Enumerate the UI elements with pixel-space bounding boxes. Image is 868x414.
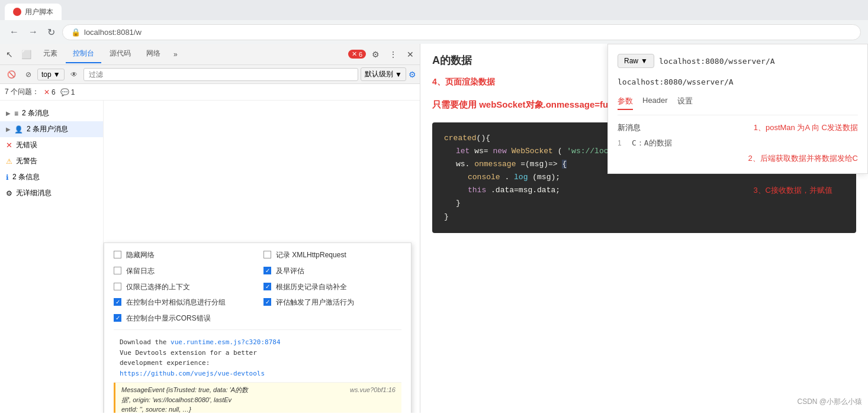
new-message-label: 新消息 (618, 122, 641, 133)
postman-note1: 1、postMan 为A 向 C发送数据 (754, 122, 858, 133)
context-label: top (41, 70, 52, 79)
log-message-text2: 据', origin: 'ws://localhost:8080', lastE… (121, 396, 232, 403)
checkbox-user-activation[interactable]: ✓ (263, 298, 271, 306)
checkbox-preserve-log[interactable] (114, 267, 121, 274)
label-log-xhr: 记录 XMLHttpRequest (276, 250, 346, 260)
postman-url-text: localhost:8080/wsserver/A (659, 57, 775, 66)
dropdown-item-group-similar[interactable]: ✓ 在控制台中对相似消息进行分组 (114, 297, 252, 308)
tab-more[interactable]: » (169, 47, 182, 62)
lock-icon: 🔒 (71, 28, 81, 37)
checkbox-group-similar[interactable]: ✓ (114, 298, 121, 306)
filter-button[interactable]: ⊘ (22, 69, 35, 80)
checkbox-hide-network[interactable] (114, 251, 121, 258)
url-text: localhost:8081/w (84, 28, 142, 37)
main-layout: ↖ ⬜ 元素 控制台 源代码 网络 » ✕ 6 ⚙ ⋮ ✕ 🚫 ⊘ top (0, 44, 868, 413)
label-eager: 及早评估 (276, 266, 304, 276)
browser-nav-bar: ← → ↻ 🔒 localhost:8081/w (0, 20, 868, 44)
sidebar-no-errors-label: 无错误 (16, 140, 37, 150)
issues-error: ✕ 6 (44, 88, 56, 96)
dropdown-item-selected-context[interactable]: 仅限已选择的上下文 (114, 282, 252, 292)
postman-tab-settings[interactable]: 设置 (677, 96, 693, 110)
log-download-text: Download the (120, 338, 166, 346)
nav-reload-button[interactable]: ↻ (45, 24, 57, 40)
context-arrow-icon: ▼ (53, 70, 60, 79)
element-picker-icon[interactable]: ⬜ (18, 48, 35, 61)
postman-tab-header[interactable]: Header (642, 96, 668, 110)
nav-back-button[interactable]: ← (7, 24, 21, 40)
dropdown-panel: 隐藏网络 保留日志 仅限已选择的上下文 ✓ 在控制台中对相似消息进行分组 (104, 242, 412, 413)
error-icon-badge: ✕ (352, 50, 357, 58)
code-note-3: 3、C接收数据，并赋值 (753, 184, 832, 197)
tab-sources[interactable]: 源代码 (102, 45, 138, 63)
checkbox-eager[interactable]: ✓ (263, 267, 271, 274)
checkbox-log-xhr[interactable] (263, 251, 271, 258)
gear-icon-toolbar[interactable]: ⚙ (409, 70, 416, 79)
devtools-tab-bar: ↖ ⬜ 元素 控制台 源代码 网络 » ✕ 6 ⚙ ⋮ ✕ (0, 44, 420, 65)
issues-bar: 7 个问题： ✕ 6 💬 1 (0, 84, 420, 101)
sidebar-item-messages[interactable]: ▶ ≡ 2 条消息 (0, 105, 103, 121)
tab-elements[interactable]: 元素 (36, 45, 65, 63)
postman-url-display: localhost:8080/wsserver/A (618, 77, 858, 86)
cursor-icon[interactable]: ↖ (2, 48, 17, 61)
dropdown-item-log-xhr[interactable]: 记录 XMLHttpRequest (263, 250, 401, 260)
tab-network[interactable]: 网络 (139, 45, 168, 63)
console-toolbar: 🚫 ⊘ top ▼ 👁 默认级别 ▼ ⚙ (0, 65, 420, 84)
checkbox-autocomplete[interactable]: ✓ (263, 283, 271, 290)
tab-console[interactable]: 控制台 (66, 45, 101, 63)
level-arrow-icon: ▼ (395, 70, 402, 79)
sidebar-item-verbose[interactable]: ⚙ 无详细消息 (0, 185, 103, 201)
context-selector[interactable]: top ▼ (37, 69, 65, 80)
arrow-right-icon-2: ▶ (6, 126, 11, 132)
dropdown-item-hide-network[interactable]: 隐藏网络 (114, 250, 252, 260)
error-icon-issues: ✕ (44, 88, 50, 96)
dropdown-item-eager[interactable]: ✓ 及早评估 (263, 266, 401, 276)
error-count: 6 (359, 51, 362, 58)
settings-button[interactable]: ⚙ (368, 48, 383, 61)
sidebar-user-messages-label: 2 条用户消息 (27, 124, 68, 134)
console-sidebar: ▶ ≡ 2 条消息 ▶ 👤 2 条用户消息 ✕ 无错误 ⚠ 无警告 (0, 101, 104, 413)
dropdown-item-autocomplete[interactable]: ✓ 根据历史记录自动补全 (263, 282, 401, 292)
favicon (13, 8, 21, 16)
checkbox-cors[interactable]: ✓ (114, 314, 121, 322)
menu-button[interactable]: ⋮ (385, 48, 401, 61)
label-preserve-log: 保留日志 (126, 266, 155, 276)
postman-content-area: 新消息 1、postMan 为A 向 C发送数据 1 C：A的数据 2、后端获取… (618, 122, 858, 164)
label-user-activation: 评估触发了用户激活行为 (276, 297, 354, 308)
close-button[interactable]: ✕ (403, 48, 417, 61)
raw-button[interactable]: Raw ▼ (618, 54, 654, 68)
sidebar-item-user-messages[interactable]: ▶ 👤 2 条用户消息 (0, 121, 103, 137)
sidebar-item-info[interactable]: ℹ 2 条信息 (0, 169, 103, 185)
log-desc: Vue Devtools extension for a betterdevel… (120, 349, 257, 367)
row-number: 1 (618, 139, 627, 147)
dropdown-item-preserve-log[interactable]: 保留日志 (114, 266, 252, 276)
nav-forward-button[interactable]: → (26, 24, 40, 40)
error-count-issues: 6 (52, 88, 56, 96)
sidebar-item-no-errors[interactable]: ✕ 无错误 (0, 137, 103, 153)
code-line-7: } (444, 211, 844, 224)
label-selected-context: 仅限已选择的上下文 (126, 282, 190, 292)
level-selector[interactable]: 默认级别 ▼ (361, 67, 406, 81)
log-download-link[interactable]: vue.runtime.esm.js?c320:8784 (171, 338, 280, 346)
dropdown-item-cors[interactable]: ✓ 在控制台中显示CORS错误 (114, 313, 252, 324)
row-data: C：A的数据 (632, 138, 672, 148)
log-devtools-link[interactable]: https://github.com/vuejs/vue-devtools (120, 370, 265, 377)
postman-url-bar: Raw ▼ localhost:8080/wsserver/A (618, 54, 858, 68)
filter-input[interactable] (83, 68, 359, 81)
tab-label: 用户脚本 (25, 7, 53, 17)
label-hide-network: 隐藏网络 (126, 250, 155, 260)
log-area: Download the vue.runtime.esm.js?c320:878… (114, 329, 401, 413)
dropdown-item-user-activation[interactable]: ✓ 评估触发了用户激活行为 (263, 297, 401, 308)
sidebar-no-warnings-label: 无警告 (16, 156, 37, 166)
postman-overlay: Raw ▼ localhost:8080/wsserver/A localhos… (607, 44, 868, 174)
postman-tab-params[interactable]: 参数 (618, 96, 633, 110)
eye-button[interactable]: 👁 (67, 69, 81, 80)
browser-tab[interactable]: 用户脚本 (5, 4, 62, 20)
postman-header-row: 新消息 1、postMan 为A 向 C发送数据 (618, 122, 858, 133)
dropdown-col-right: 记录 XMLHttpRequest ✓ 及早评估 ✓ 根据历史记录自动补全 ✓ (263, 250, 401, 324)
sidebar-item-no-warnings[interactable]: ⚠ 无警告 (0, 153, 103, 169)
address-bar[interactable]: 🔒 localhost:8081/w (62, 24, 861, 40)
clear-console-button[interactable]: 🚫 (4, 69, 20, 80)
checkbox-selected-context[interactable] (114, 283, 121, 290)
issues-label: 7 个问题： (5, 87, 39, 97)
log-message-text: MessageEvent {isTrusted: true, data: 'A的… (121, 386, 248, 393)
